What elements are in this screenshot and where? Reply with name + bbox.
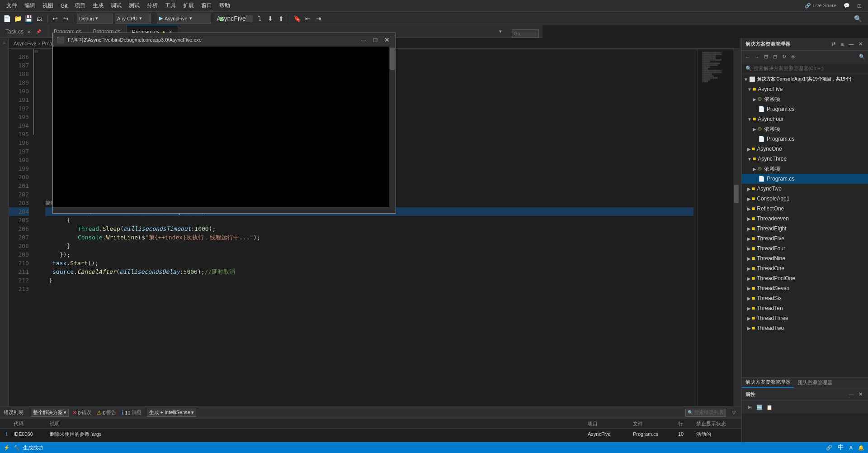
project-reflectone[interactable]: ▶ ■ ReflectOne [742, 204, 868, 214]
console-vscrollbar[interactable] [389, 47, 396, 213]
tab-overflow-btn[interactable]: ▾ [496, 28, 505, 36]
project-threadthree[interactable]: ▶ ■ ThreadThree [742, 313, 868, 323]
deps-asyncthree[interactable]: ▶ ⚙ 依赖项 [742, 164, 868, 174]
eh-desc[interactable]: 说明 [50, 420, 588, 427]
project-threadeight[interactable]: ▶ ■ ThreadEight [742, 224, 868, 234]
menu-debug[interactable]: 调试 [107, 1, 125, 10]
solution-tree[interactable]: ▼ ⬜ 解决方案'ConsoleApp1'(共19个项目，共19个) ▼ ■ A… [742, 74, 868, 377]
sol-forward-btn[interactable]: → [753, 53, 761, 61]
eh-code[interactable]: 代码 [14, 420, 50, 427]
menu-edit[interactable]: 编辑 [21, 1, 39, 10]
eh-project[interactable]: 项目 [588, 420, 633, 427]
undo-btn[interactable]: ↩ [50, 14, 60, 24]
bookmark-btn[interactable]: 🔖 [292, 14, 302, 24]
props-close-btn[interactable]: ✕ [856, 391, 864, 399]
search-btn[interactable]: 🔍 [853, 14, 863, 24]
project-threadtwo[interactable]: ▶ ■ ThreadTwo [742, 323, 868, 333]
notification-bell[interactable]: 🔔 [858, 445, 864, 451]
project-asyncone[interactable]: ▶ ■ AsyncOne [742, 144, 868, 154]
project-asyncthree[interactable]: ▼ ■ AsyncThree [742, 154, 868, 164]
statusbar-left-icon[interactable]: ⚡ [4, 445, 10, 451]
eh-line[interactable]: 行 [678, 420, 696, 427]
tab-close-taskcs[interactable]: ✕ [26, 29, 32, 34]
step-in-btn[interactable]: ⬇ [265, 14, 275, 24]
sol-exp-pin-btn[interactable]: — [847, 40, 855, 48]
sol-expand-btn[interactable]: ⊞ [762, 53, 770, 61]
error-search-box[interactable]: 🔍 搜索错误列表 [685, 409, 726, 417]
new-file-btn[interactable]: 📄 [2, 14, 12, 24]
project-threadten[interactable]: ▶ ■ ThreadTen [742, 303, 868, 313]
menu-tools[interactable]: 工具 [161, 1, 179, 10]
project-asynctwo[interactable]: ▶ ■ AsyncTwo [742, 184, 868, 194]
project-asyncfour[interactable]: ▼ ■ AsyncFour [742, 114, 868, 124]
chinese-input-indicator[interactable]: 中 [838, 443, 844, 452]
eh-file[interactable]: 文件 [633, 420, 678, 427]
props-categorize-btn[interactable]: ⊞ [745, 403, 754, 411]
build-filter-dropdown[interactable]: 生成 + IntelliSense▾ [147, 409, 196, 417]
live-share-status[interactable]: 🔗 [826, 445, 832, 451]
bookmark-nav-btn[interactable]: ⇤ [303, 14, 313, 24]
step-over-btn[interactable]: ⤵ [255, 14, 264, 24]
message-count-btn[interactable]: ℹ 10 消息 [120, 409, 143, 416]
sol-exp-close-btn[interactable]: ✕ [856, 40, 864, 48]
props-alpha-btn[interactable]: 🔤 [755, 403, 764, 411]
sol-search-btn[interactable]: 🔍 [858, 53, 866, 61]
feedback-button[interactable]: 💬 [840, 2, 854, 10]
error-panel-title[interactable]: 错误列表 [4, 409, 24, 416]
console-hscrollbar[interactable] [53, 207, 389, 213]
eh-status[interactable]: 禁止显示状态 [696, 420, 741, 427]
console-minimize-btn[interactable]: ─ [359, 35, 368, 44]
cpu-config-dropdown[interactable]: Any CPU ▾ [115, 14, 151, 24]
breadcrumb-item1[interactable]: AsyncFive [14, 41, 37, 46]
deps-asyncfive[interactable]: ▶ ⚙ 依赖项 [742, 94, 868, 104]
live-share-button[interactable]: 🔗 Live Share [801, 2, 840, 10]
run-target-dropdown[interactable]: AsyncFive ▾ [228, 14, 238, 24]
menu-window[interactable]: 窗口 [198, 1, 216, 10]
console-titlebar[interactable]: ⬛ F:\学习2\AsyncFive\bin\Debug\netcoreapp3… [53, 33, 396, 47]
file-asyncthree-program[interactable]: 📄 Program.cs [742, 174, 868, 184]
keyboard-layout[interactable]: A [849, 445, 853, 450]
project-threadfive[interactable]: ▶ ■ ThreadFive [742, 234, 868, 243]
error-filter-btn[interactable]: ▽ [730, 409, 738, 417]
editor-vscroll-thumb[interactable] [734, 185, 739, 203]
menu-test[interactable]: 测试 [125, 1, 143, 10]
scope-dropdown[interactable]: 整个解决方案▾ [31, 409, 69, 417]
step-out-btn[interactable]: ⬆ [276, 14, 286, 24]
project-threadfour[interactable]: ▶ ■ ThreadFour [742, 243, 868, 253]
sol-exp-filter-btn[interactable]: ≡ [838, 40, 846, 48]
console-scroll-thumb[interactable] [390, 48, 395, 70]
project-threadeeven[interactable]: ▶ ■ Threadeeven [742, 214, 868, 224]
project-consoleapp1[interactable]: ▶ ■ ConsoleApp1 [742, 194, 868, 204]
editor-vscrollbar[interactable] [733, 49, 740, 425]
console-body[interactable] [53, 47, 396, 213]
error-count-btn[interactable]: ✕ 0 错误 [71, 409, 93, 416]
menu-analyze[interactable]: 分析 [143, 1, 161, 10]
menu-view[interactable]: 视图 [39, 1, 57, 10]
tab-taskcs[interactable]: Task.cs ✕ 📌 [0, 26, 48, 38]
project-threadnine[interactable]: ▶ ■ ThreadNine [742, 253, 868, 263]
sol-collapse-btn[interactable]: ⊟ [771, 53, 779, 61]
project-threadseven[interactable]: ▶ ■ ThreadSeven [742, 283, 868, 293]
menu-help[interactable]: 帮助 [216, 1, 234, 10]
solution-root[interactable]: ▼ ⬜ 解决方案'ConsoleApp1'(共19个项目，共19个) [742, 74, 868, 84]
warning-count-btn[interactable]: ⚠ 0 警告 [95, 409, 118, 416]
collapse-marker-204[interactable]: ⊟ [34, 49, 38, 54]
project-threadone[interactable]: ▶ ■ ThreadOne [742, 263, 868, 273]
menu-project[interactable]: 项目 [71, 1, 89, 10]
bookmark-nav2-btn[interactable]: ⇥ [314, 14, 324, 24]
fold-all-btn[interactable]: ≡ [3, 40, 5, 45]
go-input[interactable] [512, 29, 539, 38]
sol-exp-footer-tab2[interactable]: 团队资源管理器 [794, 377, 836, 388]
console-restore-btn[interactable]: □ [370, 35, 380, 44]
project-threadsix[interactable]: ▶ ■ ThreadSix [742, 293, 868, 303]
tab-pin[interactable]: 📌 [34, 28, 42, 36]
deps-asyncfour[interactable]: ▶ ⚙ 依赖项 [742, 124, 868, 134]
props-pin-btn[interactable]: — [847, 391, 855, 399]
console-close-btn[interactable]: ✕ [382, 35, 392, 44]
sol-view-btn[interactable]: 👁 [789, 53, 797, 61]
menu-file[interactable]: 文件 [3, 1, 21, 10]
save-all-btn[interactable]: 🗂 [34, 14, 44, 24]
save-btn[interactable]: 💾 [24, 14, 33, 24]
window-controls[interactable]: ⊡ [854, 2, 865, 10]
project-asyncfive[interactable]: ▼ ■ AsyncFive [742, 84, 868, 94]
